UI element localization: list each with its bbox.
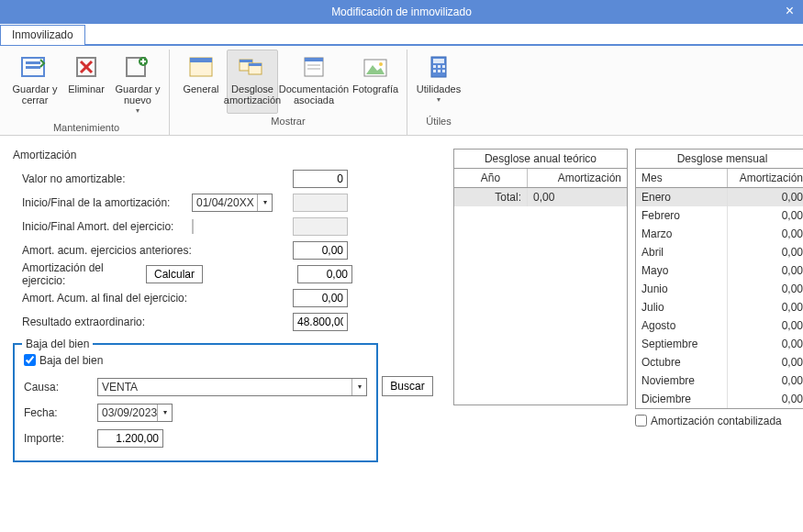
documentacion-button[interactable]: Documentación asociada <box>278 50 350 114</box>
buscar-button[interactable]: Buscar <box>382 376 433 396</box>
mensual-row[interactable]: Abril0,00 <box>636 243 803 261</box>
mensual-row[interactable]: Septiembre0,00 <box>636 335 803 353</box>
acum-final-input[interactable] <box>293 289 348 307</box>
acum-anteriores-input[interactable] <box>293 241 348 260</box>
mensual-amort: 0,00 <box>728 280 803 298</box>
label-causa: Causa: <box>24 381 97 393</box>
eliminar-label: Eliminar <box>68 83 105 94</box>
mensual-amort: 0,00 <box>728 298 803 316</box>
final-fecha-disabled <box>293 194 348 212</box>
amort-ejercicio-input[interactable] <box>297 265 352 283</box>
chevron-down-icon: ▾ <box>136 107 139 116</box>
baja-title: Baja del bien <box>22 338 93 350</box>
mensual-mes: Abril <box>636 243 728 261</box>
mensual-amort: 0,00 <box>728 243 803 261</box>
final-ej-disabled <box>293 217 348 236</box>
mensual-col-amort[interactable]: Amortización <box>728 169 803 187</box>
mensual-amort: 0,00 <box>728 371 803 390</box>
mensual-row[interactable]: Mayo0,00 <box>636 261 803 280</box>
delete-icon <box>72 54 101 80</box>
svg-rect-26 <box>438 65 441 68</box>
mensual-amort: 0,00 <box>728 261 803 280</box>
mensual-mes: Octubre <box>636 353 728 371</box>
mensual-mes: Febrero <box>636 206 728 225</box>
desglose-icon <box>238 54 267 80</box>
teorico-col-amort[interactable]: Amortización <box>528 169 627 187</box>
contabilizada-checkbox[interactable] <box>635 415 647 427</box>
grid-teorico: Desglose anual teórico Año Amortización … <box>453 149 628 405</box>
label-importe: Importe: <box>24 432 97 445</box>
mensual-row[interactable]: Agosto0,00 <box>636 316 803 335</box>
calcular-button[interactable]: Calcular <box>146 265 203 283</box>
general-button[interactable]: General <box>175 50 227 114</box>
mensual-row[interactable]: Febrero0,00 <box>636 206 803 225</box>
svg-rect-27 <box>442 65 445 68</box>
baja-fecha-input[interactable]: 03/09/2023 ▾ <box>97 404 173 422</box>
baja-checkbox[interactable] <box>24 354 36 366</box>
mensual-mes: Marzo <box>636 225 728 243</box>
close-icon[interactable]: × <box>786 3 794 19</box>
mensual-row[interactable]: Noviembre0,00 <box>636 371 803 390</box>
chevron-down-icon: ▾ <box>257 194 272 211</box>
eliminar-button[interactable]: Eliminar <box>61 50 112 120</box>
contabilizada-label: Amortización contabilizada <box>651 415 782 427</box>
svg-rect-29 <box>438 70 441 72</box>
valor-no-amort-input[interactable] <box>293 170 348 188</box>
mensual-row[interactable]: Octubre0,00 <box>636 353 803 371</box>
chevron-down-icon: ▾ <box>157 405 172 421</box>
group-label-utiles: Útiles <box>426 116 452 127</box>
tab-inmovilizado[interactable]: Inmovilizado <box>0 25 85 45</box>
svg-rect-25 <box>433 65 436 68</box>
mensual-row[interactable]: Diciembre0,00 <box>636 390 803 408</box>
teorico-row[interactable]: Total:0,00 <box>454 188 627 206</box>
mensual-row[interactable]: Junio0,00 <box>636 280 803 298</box>
guardar-nuevo-button[interactable]: Guardar y nuevo ▾ <box>112 50 163 120</box>
label-fecha: Fecha: <box>24 406 97 419</box>
save-new-icon <box>123 54 152 80</box>
svg-rect-15 <box>249 63 262 66</box>
svg-rect-11 <box>190 58 212 62</box>
label-acum-anteriores: Amort. acum. ejercicios anteriores: <box>22 244 192 257</box>
mensual-row[interactable]: Enero0,00 <box>636 188 803 206</box>
mensual-mes: Noviembre <box>636 371 728 390</box>
mensual-row[interactable]: Julio0,00 <box>636 298 803 316</box>
teorico-col-ano[interactable]: Año <box>454 169 528 187</box>
mensual-row[interactable]: Marzo0,00 <box>636 225 803 243</box>
inicio-fecha-value: 01/04/20XX <box>196 196 254 209</box>
guardar-cerrar-button[interactable]: Guardar y cerrar <box>9 50 61 120</box>
baja-panel: Baja del bien Baja del bien Causa: VENTA… <box>13 343 378 462</box>
causa-combo[interactable]: VENTA ▾ <box>97 378 367 396</box>
chevron-down-icon: ▾ <box>437 96 441 105</box>
svg-rect-13 <box>240 60 252 62</box>
guardar-cerrar-label: Guardar y cerrar <box>12 83 58 105</box>
mensual-col-mes[interactable]: Mes <box>636 169 728 187</box>
group-label-mantenimiento: Mantenimiento <box>53 122 119 133</box>
fotografia-button[interactable]: Fotografía <box>350 50 401 114</box>
photo-icon <box>361 54 390 80</box>
baja-fecha-value: 03/09/2023 <box>102 406 157 419</box>
svg-rect-30 <box>442 70 445 72</box>
general-icon <box>186 54 216 80</box>
group-label-mostrar: Mostrar <box>271 116 305 127</box>
ribbon-group-mantenimiento: Guardar y cerrar Eliminar Guardar y nuev… <box>4 50 170 135</box>
general-label: General <box>183 83 218 94</box>
fotografia-label: Fotografía <box>352 83 398 94</box>
svg-rect-28 <box>433 70 436 72</box>
mensual-amort: 0,00 <box>728 353 803 371</box>
inicio-ej-disabled <box>192 219 194 234</box>
utilidades-label: Utilidades <box>417 83 461 94</box>
utilidades-button[interactable]: Utilidades ▾ <box>413 50 464 114</box>
section-amortizacion: Amortización <box>13 149 444 161</box>
desglose-amortizacion-button[interactable]: Desglose amortización <box>227 50 278 114</box>
titlebar: Modificación de inmovilizado × <box>0 0 803 24</box>
importe-input[interactable] <box>97 429 163 448</box>
mensual-mes: Junio <box>636 280 728 298</box>
mensual-title: Desglose mensual <box>636 150 803 169</box>
svg-rect-2 <box>26 66 40 69</box>
inicio-fecha-input[interactable]: 01/04/20XX ▾ <box>192 194 273 212</box>
teorico-amort: 0,00 <box>528 188 560 206</box>
save-close-icon <box>20 54 50 80</box>
resultado-input[interactable] <box>293 313 348 331</box>
causa-value: VENTA <box>102 381 138 393</box>
ribbon: Guardar y cerrar Eliminar Guardar y nuev… <box>0 46 803 136</box>
